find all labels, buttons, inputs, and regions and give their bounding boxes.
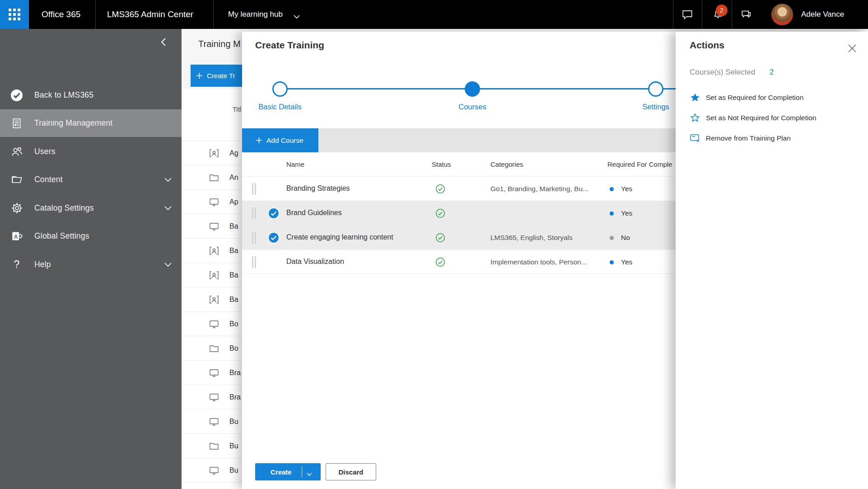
column-required[interactable]: Required For Comple xyxy=(607,160,672,168)
sidebar-item-catalog-settings[interactable]: Catalog Settings xyxy=(0,194,182,222)
monitor-icon xyxy=(209,221,219,232)
course-name: Create engaging learning content xyxy=(286,233,393,241)
add-course-button[interactable]: Add Course xyxy=(242,128,318,152)
required-value: Yes xyxy=(621,209,632,217)
training-title: Bu xyxy=(229,418,238,426)
lms365-admin-window: Office 365 LMS365 Admin Center My learni… xyxy=(0,0,868,489)
training-title: Bo xyxy=(229,344,238,353)
column-status[interactable]: Status xyxy=(432,160,451,168)
course-categories: Go1, Branding, Marketing, Bu... xyxy=(490,185,588,193)
close-icon xyxy=(848,44,856,52)
sidebar-item-content[interactable]: Content xyxy=(0,166,182,193)
sidebar-item-global-settings[interactable]: A Global Settings xyxy=(0,222,182,250)
admin-center-link[interactable]: LMS365 Admin Center xyxy=(107,0,193,29)
training-title: Bra xyxy=(229,369,241,377)
discard-button-label: Discard xyxy=(338,468,363,476)
create-split-button[interactable]: Create xyxy=(255,463,321,480)
drag-handle-icon[interactable] xyxy=(252,232,257,245)
training-title: Bu xyxy=(229,442,238,450)
lms365-logo-icon xyxy=(10,89,23,102)
close-button[interactable] xyxy=(846,42,858,54)
sidebar-item-back-to-lms365[interactable]: Back to LMS365 xyxy=(0,81,182,109)
chat-button[interactable] xyxy=(679,6,695,23)
discard-button[interactable]: Discard xyxy=(326,463,376,480)
star-outline-icon xyxy=(690,113,700,123)
panel-title: Actions xyxy=(690,40,724,51)
monitor-icon xyxy=(209,367,219,378)
app-launcher-button[interactable] xyxy=(0,0,29,29)
drag-handle-icon[interactable] xyxy=(252,256,257,270)
chevron-down-icon xyxy=(164,176,172,184)
action-set-not-required[interactable]: Set as Not Required for Completion xyxy=(690,110,861,126)
action-remove-from-plan[interactable]: Remove from Training Plan xyxy=(690,131,861,146)
training-title: Ap xyxy=(229,198,238,206)
folder-icon xyxy=(10,173,23,187)
column-name[interactable]: Name xyxy=(286,160,304,168)
person-card-icon xyxy=(209,294,219,305)
step-courses[interactable]: Courses xyxy=(436,81,509,111)
sidebar-collapse-button[interactable] xyxy=(159,37,170,48)
user-avatar[interactable] xyxy=(771,4,793,25)
sidebar-item-label: Users xyxy=(34,147,56,156)
selected-count-value: 2 xyxy=(770,68,774,77)
divider xyxy=(673,0,673,29)
feedback-button[interactable] xyxy=(738,6,754,23)
action-label: Remove from Training Plan xyxy=(706,134,791,142)
gear-icon xyxy=(10,202,23,215)
sidebar-item-label: Content xyxy=(34,175,63,184)
course-categories: Implementation tools, Person... xyxy=(490,258,587,266)
required-dot xyxy=(610,187,614,191)
drag-handle-icon[interactable] xyxy=(252,183,257,197)
divider xyxy=(702,0,702,29)
chat-icon xyxy=(681,9,693,20)
training-title: Bu xyxy=(229,466,238,475)
step-basic-details[interactable]: Basic Details xyxy=(244,81,316,111)
sidebar-item-help[interactable]: ? Help xyxy=(0,251,182,278)
chevron-down-icon xyxy=(294,13,300,21)
sidebar-item-label: Catalog Settings xyxy=(34,203,94,213)
published-status-icon xyxy=(435,233,445,244)
plus-icon xyxy=(196,72,203,79)
title-column-header[interactable]: Titl xyxy=(233,105,241,113)
course-categories: LMS365, English, Storyals xyxy=(490,234,573,242)
step-circle[interactable] xyxy=(272,81,288,97)
action-label: Set as Not Required for Completion xyxy=(706,114,817,122)
create-button-label: Create xyxy=(271,468,292,476)
document-list-icon xyxy=(10,117,23,130)
course-checkbox-checked[interactable] xyxy=(268,207,280,219)
admin-sidebar: Back to LMS365 Training Management Users… xyxy=(0,29,182,489)
drag-handle-icon[interactable] xyxy=(252,207,257,221)
notification-badge: 2 xyxy=(716,5,728,16)
training-title: Ba xyxy=(229,222,238,230)
monitor-icon xyxy=(209,416,219,427)
column-categories[interactable]: Categories xyxy=(490,160,523,168)
training-title: Bra xyxy=(229,393,241,401)
user-name[interactable]: Adele Vance xyxy=(801,0,844,29)
monitor-icon xyxy=(209,392,219,403)
person-card-icon xyxy=(209,270,219,281)
hub-menu-button[interactable]: My learning hub xyxy=(228,0,283,29)
step-circle[interactable] xyxy=(648,81,663,97)
course-checkbox-checked[interactable] xyxy=(268,232,280,244)
question-mark-icon: ? xyxy=(10,258,23,272)
course-name: Branding Strategies xyxy=(286,184,350,193)
divider xyxy=(95,0,96,29)
divider xyxy=(213,0,214,29)
chevron-down-icon xyxy=(164,204,172,212)
published-status-icon xyxy=(435,208,445,220)
action-set-required[interactable]: Set as Required for Completion xyxy=(690,90,861,105)
step-circle-active[interactable] xyxy=(465,81,480,97)
sidebar-item-label: Global Settings xyxy=(34,231,89,241)
action-label: Set as Required for Completion xyxy=(706,94,803,102)
course-name: Data Visualization xyxy=(286,258,344,266)
divider xyxy=(302,466,302,477)
star-filled-icon xyxy=(690,92,700,103)
sidebar-item-training-management[interactable]: Training Management xyxy=(0,109,182,137)
sidebar-item-users[interactable]: Users xyxy=(0,138,182,165)
office365-link[interactable]: Office 365 xyxy=(42,0,80,29)
required-dot xyxy=(610,260,614,264)
required-value: Yes xyxy=(621,258,632,266)
sidebar-item-label: Back to LMS365 xyxy=(34,90,93,100)
chevron-down-icon[interactable] xyxy=(307,470,312,478)
selected-count-label: Course(s) Selected xyxy=(690,68,756,77)
